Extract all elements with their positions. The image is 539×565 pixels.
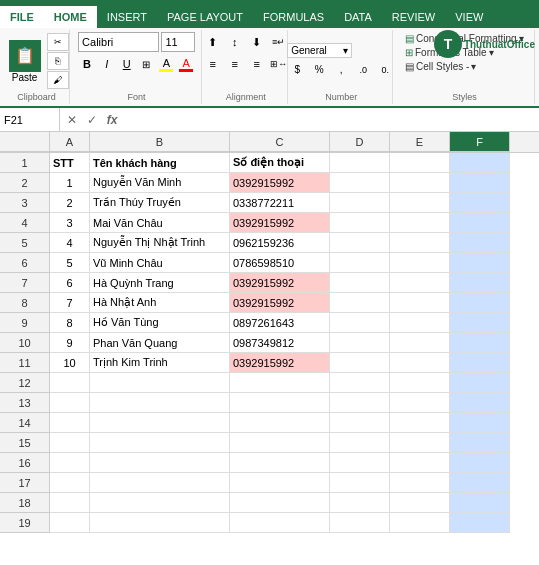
cell-f6[interactable]	[450, 253, 510, 273]
row-header-4[interactable]: 4	[0, 213, 50, 233]
col-header-e[interactable]: E	[390, 132, 450, 152]
cell-b15[interactable]	[90, 433, 230, 453]
cell-e7[interactable]	[390, 273, 450, 293]
cell-f16[interactable]	[450, 453, 510, 473]
cell-f10[interactable]	[450, 333, 510, 353]
cell-c3[interactable]: 0338772211	[230, 193, 330, 213]
cell-c5[interactable]: 0962159236	[230, 233, 330, 253]
cell-e19[interactable]	[390, 513, 450, 533]
cell-a13[interactable]	[50, 393, 90, 413]
cell-c14[interactable]	[230, 413, 330, 433]
cell-a8[interactable]: 7	[50, 293, 90, 313]
cell-a3[interactable]: 2	[50, 193, 90, 213]
cell-d4[interactable]	[330, 213, 390, 233]
cell-f3[interactable]	[450, 193, 510, 213]
cell-d5[interactable]	[330, 233, 390, 253]
cell-a11[interactable]: 10	[50, 353, 90, 373]
cell-a6[interactable]: 5	[50, 253, 90, 273]
underline-button[interactable]: U	[118, 54, 136, 74]
bold-button[interactable]: B	[78, 54, 96, 74]
cell-e3[interactable]	[390, 193, 450, 213]
cell-d15[interactable]	[330, 433, 390, 453]
cell-e12[interactable]	[390, 373, 450, 393]
cell-a12[interactable]	[50, 373, 90, 393]
cell-e5[interactable]	[390, 233, 450, 253]
cell-b14[interactable]	[90, 413, 230, 433]
cell-a17[interactable]	[50, 473, 90, 493]
row-header-6[interactable]: 6	[0, 253, 50, 273]
tab-review[interactable]: REVIEW	[382, 6, 445, 28]
cell-b1[interactable]: Tên khách hàng	[90, 153, 230, 173]
cell-f11[interactable]	[450, 353, 510, 373]
cell-c12[interactable]	[230, 373, 330, 393]
row-header-15[interactable]: 15	[0, 433, 50, 453]
cell-f19[interactable]	[450, 513, 510, 533]
cell-d16[interactable]	[330, 453, 390, 473]
cell-c17[interactable]	[230, 473, 330, 493]
cell-b16[interactable]	[90, 453, 230, 473]
currency-button[interactable]: $	[287, 60, 307, 80]
border-button[interactable]: ⊞	[138, 54, 156, 74]
cell-d8[interactable]	[330, 293, 390, 313]
cell-f8[interactable]	[450, 293, 510, 313]
cell-f15[interactable]	[450, 433, 510, 453]
cell-a18[interactable]	[50, 493, 90, 513]
tab-home[interactable]: HOME	[44, 6, 97, 28]
cell-c10[interactable]: 0987349812	[230, 333, 330, 353]
cell-b13[interactable]	[90, 393, 230, 413]
tab-page-layout[interactable]: PAGE LAYOUT	[157, 6, 253, 28]
cell-b17[interactable]	[90, 473, 230, 493]
cell-f18[interactable]	[450, 493, 510, 513]
fill-color-button[interactable]: A	[157, 54, 175, 74]
tab-file[interactable]: FILE	[0, 6, 44, 28]
row-header-16[interactable]: 16	[0, 453, 50, 473]
align-bottom-button[interactable]: ⬇	[247, 32, 267, 52]
cell-b8[interactable]: Hà Nhật Anh	[90, 293, 230, 313]
comma-button[interactable]: ,	[331, 60, 351, 80]
cell-d11[interactable]	[330, 353, 390, 373]
col-header-d[interactable]: D	[330, 132, 390, 152]
col-header-a[interactable]: A	[50, 132, 90, 152]
cell-b3[interactable]: Trần Thúy Truyền	[90, 193, 230, 213]
cell-a1[interactable]: STT	[50, 153, 90, 173]
align-top-button[interactable]: ⬆	[203, 32, 223, 52]
cell-d14[interactable]	[330, 413, 390, 433]
cell-f9[interactable]	[450, 313, 510, 333]
cell-c4[interactable]: 0392915992	[230, 213, 330, 233]
cell-b6[interactable]: Vũ Minh Châu	[90, 253, 230, 273]
cell-c15[interactable]	[230, 433, 330, 453]
cell-b12[interactable]	[90, 373, 230, 393]
cell-b9[interactable]: Hồ Văn Tùng	[90, 313, 230, 333]
cell-a7[interactable]: 6	[50, 273, 90, 293]
cell-d17[interactable]	[330, 473, 390, 493]
cell-c1[interactable]: Số điện thoại	[230, 153, 330, 173]
align-middle-button[interactable]: ↕	[225, 32, 245, 52]
cell-e16[interactable]	[390, 453, 450, 473]
cell-e10[interactable]	[390, 333, 450, 353]
cell-e1[interactable]	[390, 153, 450, 173]
cell-f7[interactable]	[450, 273, 510, 293]
cell-a9[interactable]: 8	[50, 313, 90, 333]
cancel-formula-icon[interactable]: ✕	[64, 113, 80, 127]
col-header-c[interactable]: C	[230, 132, 330, 152]
cell-e18[interactable]	[390, 493, 450, 513]
cell-e2[interactable]	[390, 173, 450, 193]
cell-styles-button[interactable]: ▤ Cell Styles - ▾	[401, 60, 480, 73]
name-box-input[interactable]	[4, 114, 55, 126]
cell-d6[interactable]	[330, 253, 390, 273]
col-header-b[interactable]: B	[90, 132, 230, 152]
cell-e9[interactable]	[390, 313, 450, 333]
cell-f2[interactable]	[450, 173, 510, 193]
cell-a5[interactable]: 4	[50, 233, 90, 253]
cell-e8[interactable]	[390, 293, 450, 313]
row-header-17[interactable]: 17	[0, 473, 50, 493]
cell-d7[interactable]	[330, 273, 390, 293]
cell-f17[interactable]	[450, 473, 510, 493]
row-header-10[interactable]: 10	[0, 333, 50, 353]
copy-button[interactable]: ⎘	[47, 52, 69, 70]
cell-a2[interactable]: 1	[50, 173, 90, 193]
row-header-11[interactable]: 11	[0, 353, 50, 373]
cell-d13[interactable]	[330, 393, 390, 413]
cell-d12[interactable]	[330, 373, 390, 393]
row-header-18[interactable]: 18	[0, 493, 50, 513]
